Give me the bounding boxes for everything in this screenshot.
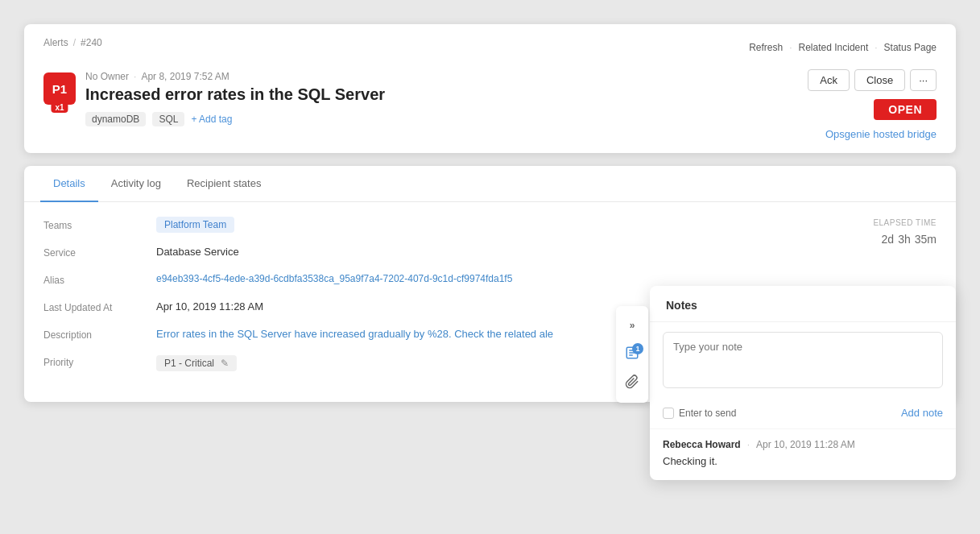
breadcrumb-alerts[interactable]: Alerts xyxy=(43,37,68,48)
detail-row-service: Service Database Service xyxy=(43,246,873,259)
alert-card: Alerts / #240 Refresh · Related Incident… xyxy=(24,24,956,153)
enter-to-send-checkbox[interactable] xyxy=(663,408,674,419)
notes-badge: 1 xyxy=(632,343,643,354)
notes-footer: Enter to send Add note xyxy=(650,400,956,428)
refresh-button[interactable]: Refresh xyxy=(749,42,783,53)
service-value: Database Service xyxy=(156,246,239,258)
detail-row-teams: Teams Platform Team xyxy=(43,218,873,231)
no-owner-label: No Owner xyxy=(85,71,129,82)
count-badge: x1 xyxy=(51,102,68,113)
action-buttons: Ack Close ··· xyxy=(808,69,937,91)
elapsed-time-value: 2d 3h 35m xyxy=(873,230,937,247)
alert-meta: No Owner · Apr 8, 2019 7:52 AM Increased… xyxy=(85,71,385,126)
alert-title: Increased error rates in the SQL Server xyxy=(85,85,385,104)
elapsed-time-label: ELAPSED TIME xyxy=(873,218,937,227)
description-value: Error rates in the SQL Server have incre… xyxy=(156,328,553,340)
description-label: Description xyxy=(43,328,156,341)
platform-team-badge: Platform Team xyxy=(156,217,234,233)
breadcrumb-separator: / xyxy=(73,37,76,48)
attach-icon xyxy=(625,375,639,392)
priority-value-badge: P1 - Critical ✎ xyxy=(156,355,237,371)
priority-value: P1 - Critical ✎ xyxy=(156,355,237,371)
breadcrumb: Alerts / #240 xyxy=(43,37,102,48)
notes-comment-meta: Rebecca Howard · Apr 10, 2019 11:28 AM xyxy=(663,439,943,450)
add-tag-button[interactable]: + Add tag xyxy=(191,114,232,125)
alert-right: Ack Close ··· OPEN Opsgenie hosted bridg… xyxy=(808,69,937,140)
notes-panel: Notes Enter to send Add note Rebecca How… xyxy=(650,286,956,480)
tag-dynamodb: dynamoDB xyxy=(85,112,146,126)
alias-value: e94eb393-4cf5-4ede-a39d-6cdbfa3538ca_95a… xyxy=(156,273,512,284)
last-updated-value: Apr 10, 2019 11:28 AM xyxy=(156,300,263,313)
alert-left: P1 x1 No Owner · Apr 8, 2019 7:52 AM Inc… xyxy=(43,69,385,126)
comment-text: Checking it. xyxy=(663,455,943,467)
notes-textarea[interactable] xyxy=(663,332,943,388)
alert-meta-line: No Owner · Apr 8, 2019 7:52 AM xyxy=(85,71,385,82)
tabs: Details Activity log Recipient states xyxy=(24,166,956,202)
expand-button[interactable]: » xyxy=(619,313,645,338)
last-updated-label: Last Updated At xyxy=(43,300,156,313)
related-incident-button[interactable]: Related Incident xyxy=(799,42,869,53)
teams-label: Teams xyxy=(43,218,156,231)
more-button[interactable]: ··· xyxy=(910,69,937,91)
priority-badge: P1 xyxy=(43,72,76,105)
add-note-button[interactable]: Add note xyxy=(901,407,943,419)
status-page-button[interactable]: Status Page xyxy=(884,42,937,53)
ack-button[interactable]: Ack xyxy=(808,69,850,91)
notes-header: Notes xyxy=(650,286,956,322)
close-button[interactable]: Close xyxy=(854,69,905,91)
breadcrumb-id: #240 xyxy=(81,37,102,48)
comment-author: Rebecca Howard xyxy=(663,439,741,450)
tab-recipient-states[interactable]: Recipient states xyxy=(174,166,275,202)
side-toolbar: » 1 xyxy=(616,306,648,403)
tab-details[interactable]: Details xyxy=(40,166,98,202)
enter-to-send-label: Enter to send xyxy=(679,408,736,419)
notes-toolbar-button[interactable]: 1 xyxy=(619,342,645,367)
service-label: Service xyxy=(43,246,156,259)
attach-toolbar-button[interactable] xyxy=(619,370,645,396)
notes-textarea-container xyxy=(650,322,956,400)
elapsed-time: ELAPSED TIME 2d 3h 35m xyxy=(873,218,937,247)
comment-date: Apr 10, 2019 11:28 AM xyxy=(756,439,855,450)
alert-header-row: P1 x1 No Owner · Apr 8, 2019 7:52 AM Inc… xyxy=(43,69,937,140)
enter-to-send: Enter to send xyxy=(663,408,736,419)
detail-row-alias: Alias e94eb393-4cf5-4ede-a39d-6cdbfa3538… xyxy=(43,273,873,286)
priority-label: Priority xyxy=(43,355,156,368)
tag-sql: SQL xyxy=(152,112,184,126)
notes-comment: Rebecca Howard · Apr 10, 2019 11:28 AM C… xyxy=(650,428,956,480)
hosted-bridge-link[interactable]: Opsgenie hosted bridge xyxy=(825,128,937,140)
edit-priority-icon[interactable]: ✎ xyxy=(221,358,229,369)
alert-date: Apr 8, 2019 7:52 AM xyxy=(141,71,229,82)
alert-tags: dynamoDB SQL + Add tag xyxy=(85,112,385,126)
tab-activity-log[interactable]: Activity log xyxy=(98,166,174,202)
alias-label: Alias xyxy=(43,273,156,286)
open-badge: OPEN xyxy=(874,99,937,120)
teams-value: Platform Team xyxy=(156,218,234,230)
top-actions: Refresh · Related Incident · Status Page xyxy=(749,42,937,53)
